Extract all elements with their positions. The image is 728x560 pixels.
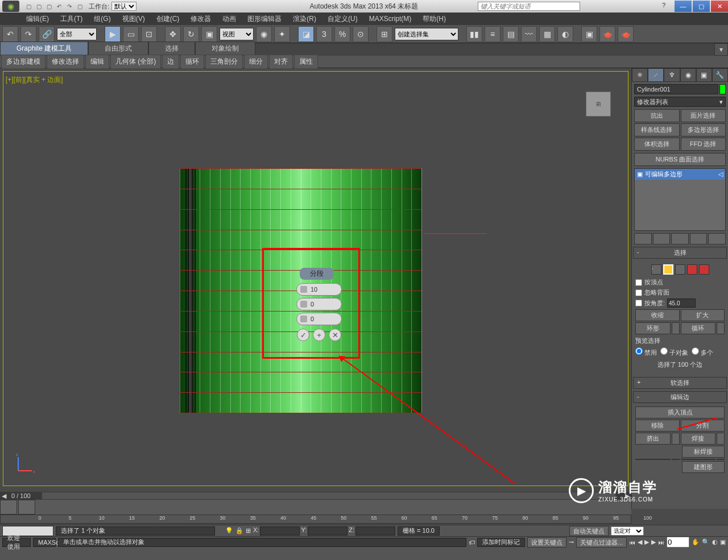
set-key-button[interactable]: 设置关键点 <box>527 537 566 547</box>
align-button[interactable]: ≡ <box>485 26 500 42</box>
link-icon[interactable]: ▢ <box>75 2 84 11</box>
make-unique-button[interactable] <box>671 233 689 244</box>
nav-max-icon[interactable]: ▣ <box>720 538 726 546</box>
new-icon[interactable]: ▢ <box>24 2 33 11</box>
menu-maxscript[interactable]: MAXScript(M) <box>366 14 415 24</box>
btn-patch-select[interactable]: 面片选择 <box>681 109 726 122</box>
connect-settings-icon[interactable] <box>717 459 725 460</box>
curve-editor-button[interactable]: 〰 <box>521 26 537 42</box>
goto-start-icon[interactable]: ⏮ <box>629 539 635 546</box>
chamfer-icon[interactable] <box>635 459 671 460</box>
rollout-softsel-header[interactable]: +软选择 <box>633 377 727 389</box>
tab-paint[interactable]: 对象绘制 <box>195 42 255 56</box>
render-setup-button[interactable]: ▣ <box>581 26 597 42</box>
remove-button[interactable]: 移除 <box>635 420 680 432</box>
menu-edit[interactable]: 编辑(E) <box>23 13 52 25</box>
select-button[interactable]: ▶ <box>105 26 121 42</box>
z-coord-input[interactable] <box>355 526 395 536</box>
tab-hierarchy-icon[interactable]: ♆ <box>664 68 680 82</box>
key-filter-dropdown[interactable]: 选定对 <box>611 526 644 536</box>
btn-ffd-select[interactable]: FFD 选择 <box>681 138 726 151</box>
rollout-selection-header[interactable]: -选择 <box>633 247 727 259</box>
selection-filter-dropdown[interactable]: 全部 <box>57 28 97 40</box>
grp-geometry[interactable]: 几何体 (全部) <box>110 55 161 69</box>
modifier-stack[interactable]: ▣ 可编辑多边形 ◁ <box>634 168 726 231</box>
menu-animation[interactable]: 动画 <box>219 13 239 25</box>
viewport-front[interactable]: 前 分段 10 0 0 ✓ + ✕ <box>3 71 628 486</box>
redo-button[interactable]: ↷ <box>20 26 36 42</box>
tab-utilities-icon[interactable]: 🔧 <box>712 68 728 82</box>
object-color-swatch[interactable] <box>719 84 726 94</box>
caddy-ok-button[interactable]: ✓ <box>297 329 309 341</box>
next-frame-icon[interactable]: ▶ <box>651 538 656 546</box>
mirror-button[interactable]: ▮▮ <box>466 26 482 42</box>
open-icon[interactable]: ▢ <box>34 2 43 11</box>
viewport-label[interactable]: [+][前][真实 + 边面] <box>6 75 63 85</box>
menu-create[interactable]: 创建(C) <box>153 13 183 25</box>
create-shape-button[interactable]: 建图形 <box>682 461 725 473</box>
caddy-field-3[interactable]: 0 <box>296 313 342 325</box>
show-result-button[interactable] <box>653 233 671 244</box>
snap-toggle-button[interactable]: ◪ <box>298 26 314 42</box>
time-tag-icon[interactable]: 🏷 <box>469 539 475 546</box>
grp-edges[interactable]: 边 <box>162 55 179 69</box>
extrude-button[interactable]: 挤出 <box>635 433 671 445</box>
loop-spinner-icon[interactable] <box>717 322 725 334</box>
caddy-field-2[interactable]: 0 <box>296 298 342 310</box>
loop-button[interactable]: 循环 <box>681 322 716 334</box>
track-config-icon[interactable] <box>0 500 17 515</box>
poly-mode-icon[interactable] <box>687 264 697 275</box>
btn-spline-select[interactable]: 样条线选择 <box>634 123 680 136</box>
rollout-edit-header[interactable]: -编辑边 <box>633 391 727 403</box>
radio-off[interactable]: 禁用 <box>635 347 657 357</box>
menu-view[interactable]: 视图(V) <box>119 13 148 25</box>
auto-key-button[interactable]: 自动关键点 <box>569 526 609 536</box>
object-name-input[interactable] <box>634 84 718 94</box>
by-vertex-checkbox[interactable] <box>635 279 642 286</box>
minimize-button[interactable]: — <box>675 1 692 12</box>
caddy-apply-button[interactable]: + <box>313 329 325 341</box>
move-button[interactable]: ✥ <box>165 26 181 42</box>
undo-icon[interactable]: ↶ <box>55 2 64 11</box>
track-bar[interactable] <box>0 500 631 515</box>
ribbon-collapse-icon[interactable]: ▾ <box>714 43 728 56</box>
btn-nurbs[interactable]: NURBS 曲面选择 <box>634 153 726 166</box>
edge-mode-icon[interactable] <box>663 264 673 275</box>
nav-orbit-icon[interactable]: ◐ <box>712 538 718 546</box>
current-frame-input[interactable] <box>667 537 689 547</box>
undo-button[interactable]: ↶ <box>2 26 18 42</box>
viewcube[interactable]: 前 <box>586 92 611 117</box>
grp-loops[interactable]: 循环 <box>180 55 204 69</box>
add-time-tag[interactable]: 添加时间标记 <box>477 538 525 547</box>
render-button[interactable]: 🫖 <box>618 26 634 42</box>
workspace-dropdown[interactable]: 默认 <box>111 2 136 11</box>
tab-motion-icon[interactable]: ◉ <box>680 68 696 82</box>
pin-stack-button[interactable] <box>634 233 652 244</box>
grp-poly-modeling[interactable]: 多边形建模 <box>1 55 46 69</box>
tab-selection[interactable]: 选择 <box>148 42 195 56</box>
connect-icon[interactable] <box>681 459 716 460</box>
grp-tri[interactable]: 三角剖分 <box>205 55 243 69</box>
border-mode-icon[interactable] <box>675 264 685 275</box>
menu-group[interactable]: 组(G) <box>90 13 114 25</box>
element-mode-icon[interactable] <box>699 264 709 275</box>
menu-render[interactable]: 渲染(R) <box>289 13 320 25</box>
radio-multi[interactable]: 多个 <box>692 347 713 357</box>
x-coord-input[interactable] <box>260 526 300 536</box>
named-selection-dropdown[interactable]: 创建选择集 <box>395 28 458 40</box>
radio-subobj[interactable]: 子对象 <box>660 347 688 357</box>
menu-customize[interactable]: 自定义(U) <box>324 13 361 25</box>
menu-modifiers[interactable]: 修改器 <box>187 13 214 25</box>
configure-button[interactable] <box>708 233 726 244</box>
grp-edit[interactable]: 编辑 <box>85 55 109 69</box>
help-icon[interactable]: ? <box>662 2 671 11</box>
goto-end-icon[interactable]: ⏭ <box>658 539 664 546</box>
nav-pan-icon[interactable]: ✋ <box>692 538 700 546</box>
menu-help[interactable]: 帮助(H) <box>419 13 449 25</box>
material-editor-button[interactable]: ◐ <box>557 26 573 42</box>
lock3-icon[interactable]: ⊞ <box>246 527 251 534</box>
y-coord-input[interactable] <box>308 526 348 536</box>
ring-spinner-icon[interactable] <box>672 322 680 334</box>
ring-button[interactable]: 环形 <box>635 322 671 334</box>
window-crossing-button[interactable]: ⊡ <box>141 26 157 42</box>
